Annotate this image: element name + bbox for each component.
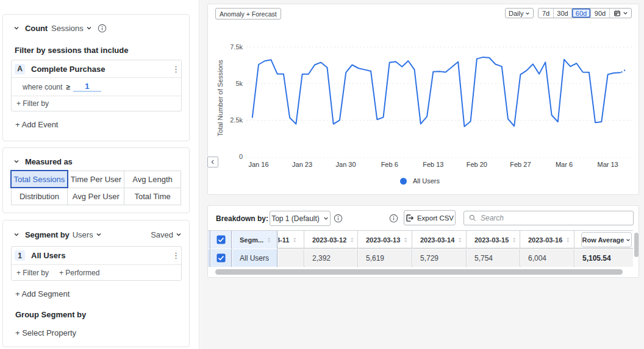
svg-text:Feb 27: Feb 27: [510, 161, 531, 168]
svg-text:Jan 30: Jan 30: [336, 161, 356, 168]
svg-text:2.5k: 2.5k: [230, 116, 243, 124]
svg-text:Jan 16: Jan 16: [248, 161, 268, 168]
svg-text:Mar 6: Mar 6: [556, 161, 573, 168]
svg-text:7.5k: 7.5k: [230, 43, 243, 51]
svg-text:Feb 6: Feb 6: [381, 161, 398, 168]
svg-text:Mar 13: Mar 13: [597, 161, 618, 168]
svg-text:Total Number of Sessions: Total Number of Sessions: [216, 60, 224, 136]
svg-text:5k: 5k: [235, 80, 243, 87]
svg-text:0: 0: [239, 153, 243, 160]
svg-text:Jan 23: Jan 23: [292, 161, 312, 168]
svg-text:Feb 20: Feb 20: [467, 161, 487, 168]
svg-text:Feb 13: Feb 13: [423, 161, 443, 168]
